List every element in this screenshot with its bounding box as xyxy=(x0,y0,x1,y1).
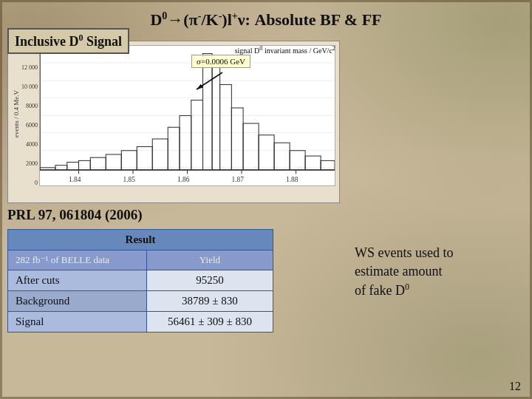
table-row: After cuts 95250 xyxy=(8,270,273,291)
plot-area: events / 0.4 Me.V 14 000 12 000 10 000 8… xyxy=(7,41,340,203)
result-header: Result xyxy=(8,230,273,250)
after-cuts-value: 95250 xyxy=(146,270,273,291)
table-subheader-row: 282 fb⁻¹ of BELLE data Yield xyxy=(8,250,273,270)
signal-value: 56461 ± 309 ± 830 xyxy=(146,312,273,332)
signal-label: Signal xyxy=(8,312,147,332)
after-cuts-label: After cuts xyxy=(8,270,147,291)
page-number: 12 xyxy=(509,380,521,393)
y-axis-label: events / 0.4 Me.V xyxy=(13,90,20,137)
ws-text-line3: of fake D0 xyxy=(355,283,409,298)
svg-text:1.88: 1.88 xyxy=(286,176,299,183)
signal-invariant-mass-label: signal D0 invariant mass / GeV/c2 xyxy=(235,45,335,55)
table-row: Signal 56461 ± 309 ± 830 xyxy=(8,312,273,332)
svg-text:1.85: 1.85 xyxy=(123,176,135,183)
svg-text:1.87: 1.87 xyxy=(231,176,244,183)
svg-text:1.86: 1.86 xyxy=(177,176,190,183)
prl-citation: PRL 97, 061804 (2006) xyxy=(7,207,143,223)
inclusive-signal-label: Inclusive D0 Signal xyxy=(7,28,129,54)
table-header-row: Result xyxy=(8,230,273,250)
svg-text:1.84: 1.84 xyxy=(69,176,81,183)
sigma-label: σ=0.0006 GeV xyxy=(191,55,250,68)
slide-title: D0→(π-/K-)l+ν: Absolute BF & FF xyxy=(7,7,525,30)
table-row: Background 38789 ± 830 xyxy=(8,291,273,312)
table-subheader-right: Yield xyxy=(146,250,273,270)
inclusive-signal-section: Inclusive D0 Signal xyxy=(7,28,129,58)
result-section: Result 282 fb⁻¹ of BELLE data Yield Afte… xyxy=(7,229,273,332)
background-label: Background xyxy=(8,291,147,312)
histogram-svg: 1.84 1.85 1.86 1.87 1.88 xyxy=(40,46,335,185)
histogram-canvas: 1.84 1.85 1.86 1.87 1.88 xyxy=(39,45,335,186)
background-value: 38789 ± 830 xyxy=(146,291,273,312)
slide: D0→(π-/K-)l+ν: Absolute BF & FF Inclusiv… xyxy=(0,0,532,399)
y-axis-ticks: 14 000 12 000 10 000 8000 6000 4000 2000… xyxy=(21,45,38,186)
ws-description: WS events used to estimate amount of fak… xyxy=(355,244,517,301)
plot-inner: events / 0.4 Me.V 14 000 12 000 10 000 8… xyxy=(8,41,339,202)
table-subheader-left: 282 fb⁻¹ of BELLE data xyxy=(8,250,147,270)
result-table: Result 282 fb⁻¹ of BELLE data Yield Afte… xyxy=(7,229,273,332)
